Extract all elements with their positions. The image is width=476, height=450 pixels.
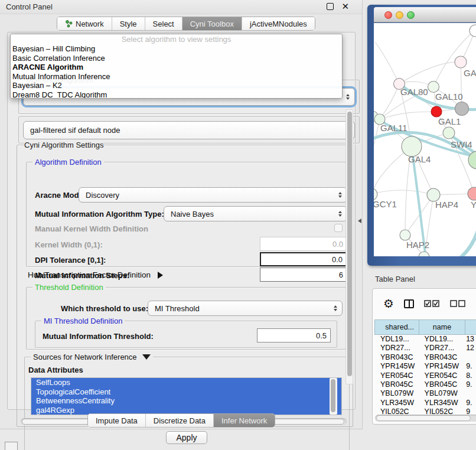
node-label: GAL [464,68,476,78]
minimize-traffic-light[interactable] [396,11,403,19]
network-node-hap2[interactable] [400,230,410,240]
table-cell: YDL19... [419,335,464,344]
tab-discretize-data[interactable]: Discretize Data [145,414,213,427]
network-collection-combobox[interactable]: gal-filtered sif default node [23,121,355,139]
algorithm-option-mutual-information-inference[interactable]: Mutual Information Inference [11,72,342,81]
node-label: GAL10 [435,92,463,102]
table-cell: YDR27... [374,344,419,353]
scrollbar-thumb[interactable] [331,379,335,412]
network-canvas[interactable]: GALGAL80GAL10GAL1SWI4GAL11GAL4GCY1HAP4YH… [374,23,476,256]
float-window-icon[interactable] [327,3,334,10]
deselect-all-checkboxes-icon[interactable] [450,300,466,307]
table-hscrollbar[interactable] [375,415,476,422]
node-label: GCY1 [374,199,397,209]
close-icon[interactable]: ✕ [341,1,349,12]
data-attributes-list: SelfLoopsTopologicalCoefficientBetweenne… [31,377,342,415]
apply-button[interactable]: Apply [166,431,207,444]
algorithm-option-dream8-dc-tdc-algorithm[interactable]: Dream8 DC_TDC Algorithm [11,90,342,99]
tab-select[interactable]: Select [145,17,182,30]
network-icon [65,20,73,28]
network-view-window: GALGAL80GAL10GAL1SWI4GAL11GAL4GCY1HAP4YH… [367,5,476,266]
table-cell: 13 [464,335,476,344]
algorithm-option-aracne-algorithm[interactable]: ARACNE Algorithm [11,63,342,72]
close-traffic-light[interactable] [384,11,392,19]
mi-steps-field[interactable]: 6 [260,268,347,282]
table-row[interactable]: YBL079WYBL079W [374,389,476,398]
dpi-tolerance-field[interactable]: 0.0 [260,252,347,266]
column-header-shared[interactable]: shared... [374,319,419,335]
hub-definition-expander[interactable]: Hub/Transcription Factor Definition [28,270,163,279]
network-node[interactable] [455,102,469,116]
settings-vscrollbar[interactable] [345,109,353,384]
tab-style[interactable]: Style [112,17,145,30]
attribute-item-betweennesscentrality[interactable]: BetweennessCentrality [31,396,341,406]
columns-icon[interactable] [404,299,414,308]
cyni-algorithm-settings-group: Cyni Algorithm Settings Algorithm Defini… [17,145,353,427]
attributes-scrollbar[interactable] [330,378,337,415]
algorithm-option-bayesian-k2[interactable]: Bayesian – K2 [11,81,342,90]
table-row[interactable]: YBR045CYBR045C9. [374,380,476,389]
control-panel-titlebar: Control Panel ✕ [0,0,362,14]
control-panel-window: Control Panel ✕ NetworkStyleSelectCyni T… [0,0,363,429]
table-row[interactable]: YDL19...YDL19...13 [374,335,476,344]
table-row[interactable]: YPR145WYPR145W9. [374,362,476,371]
mi-algorithm-type-combobox[interactable]: Naive Bayes [164,206,347,221]
algorithm-definition-title: Algorithm Definition [32,158,104,167]
network-node[interactable] [419,252,429,256]
combo-stepper-icon [346,94,350,100]
panel-splitter-arrow[interactable] [358,219,361,223]
gear-icon[interactable]: ⚙ [383,296,394,311]
kernel-width-field[interactable]: 0.0 [260,237,347,251]
which-threshold-label: Which threshold to use: [61,304,148,313]
which-threshold-combobox[interactable]: MI Threshold [148,301,343,316]
select-all-checkboxes-icon[interactable] [424,300,440,307]
table-row[interactable]: YLR345WYLR345W9. [374,399,476,407]
network-node-gal[interactable] [455,56,467,68]
column-header-name[interactable]: name [419,319,465,335]
tab-infer-network[interactable]: Infer Network [213,414,275,427]
network-node-swi4[interactable] [443,127,455,139]
table-row[interactable]: YBR043CYBR043C [374,353,476,362]
manual-kernel-label: Manual Kernel Width Definition [35,224,148,233]
table-panel-title: Table Panel [375,275,415,283]
network-node-gal4[interactable] [402,136,422,156]
network-node-y[interactable] [468,187,476,200]
algorithm-option-basic-correlation-inference[interactable]: Basic Correlation Inference [11,54,342,63]
settings-group-title: Cyni Algorithm Settings [24,141,103,149]
mi-threshold-field[interactable]: 0.5 [257,328,331,343]
algorithm-option-bayesian-hill-climbing[interactable]: Bayesian – Hill Climbing [11,44,342,54]
scrollbar-thumb[interactable] [347,112,352,376]
network-node-gcy1[interactable] [374,188,377,200]
network-node-gal1[interactable] [431,106,442,117]
network-node[interactable] [470,25,476,37]
mi-type-value: Naive Bayes [171,210,214,219]
table-row[interactable]: YDR27...YDR27...12 [374,344,476,353]
dropdown-hint: Select algorithm to view settings [11,34,342,44]
table-cell: 9. [464,380,476,389]
maximize-traffic-light[interactable] [407,11,415,19]
column-header-2[interactable] [465,319,476,335]
node-label: Y [471,200,476,210]
network-window-titlebar [374,7,476,22]
sources-title-wrap[interactable]: Sources for Network Inference [31,353,153,361]
attribute-item-topologicalcoefficient[interactable]: TopologicalCoefficient [31,387,341,397]
tab-cyni-toolbox[interactable]: Cyni Toolbox [182,17,242,30]
tab-jactivemnodules[interactable]: jActiveMNodules [242,17,315,30]
tab-impute-data[interactable]: Impute Data [88,414,145,427]
minimized-panel-icon[interactable] [5,442,18,450]
tab-network[interactable]: Network [57,17,112,30]
attribute-item-selfloops[interactable]: SelfLoops [31,378,341,387]
aracne-mode-value: Discovery [86,191,119,200]
table-panel: ⚙ shared...name YDL19...YDL19...13YDR27.… [372,288,476,425]
table-row[interactable]: YER054CYER054C8. [374,371,476,380]
aracne-mode-combobox[interactable]: Discovery [79,187,347,203]
tab-label: Discretize Data [154,416,206,425]
network-node-gal10[interactable] [428,81,439,93]
table-cell: YBR045C [374,380,419,389]
scrollbar-thumb[interactable] [376,415,471,421]
manual-kernel-checkbox[interactable] [334,224,343,232]
main-tab-bar: NetworkStyleSelectCyni ToolboxjActiveMNo… [57,17,315,31]
node-label: GAL4 [408,154,431,164]
dpi-tolerance-label: DPI Tolerance [0,1]: [35,256,106,265]
algorithm-dropdown-popup: Select algorithm to view settings Bayesi… [10,34,343,99]
